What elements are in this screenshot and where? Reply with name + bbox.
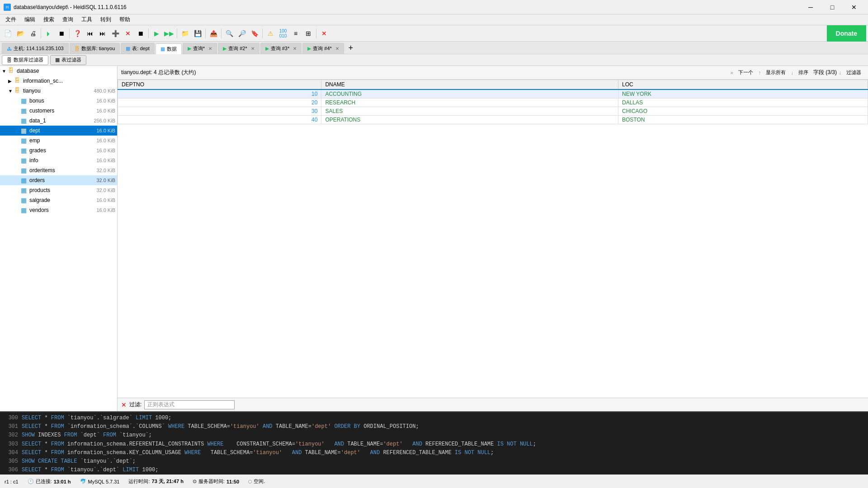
code-button[interactable]: 100010	[277, 28, 289, 39]
sql-lineno: 300	[4, 414, 18, 422]
sort-button[interactable]: 排序	[795, 68, 811, 77]
grid-button[interactable]: ⊞	[302, 28, 314, 39]
data-tab-icon: ▦	[160, 46, 165, 52]
table-row[interactable]: 10 ACCOUNTING NEW YORK	[118, 89, 868, 99]
sql-log-line: 306SELECT * FROM `tianyou`.`dept` LIMIT …	[4, 466, 864, 474]
nav-tab-query4[interactable]: ▶ 查询 #4* ✕	[302, 43, 344, 54]
filter-input[interactable]	[144, 400, 235, 409]
db-filter-tab[interactable]: 🗄 数据库过滤器	[2, 55, 48, 65]
servertime-label: 服务器时间:	[198, 478, 225, 485]
tree-item-tianyou[interactable]: ▼ 🗄 tianyou 480.0 KiB	[0, 86, 117, 96]
menu-goto[interactable]: 转到	[97, 15, 115, 24]
print-button[interactable]: 🖨	[27, 28, 39, 39]
save-file-button[interactable]: 💾	[192, 28, 203, 39]
tree-item-dept[interactable]: ▦ dept 16.0 KiB	[0, 126, 117, 136]
stop-button[interactable]: ⏹	[135, 28, 146, 39]
tree-item-grades[interactable]: ▦ grades 16.0 KiB	[0, 145, 117, 155]
db-filter-icon: 🗄	[7, 57, 12, 63]
export-button[interactable]: 📤	[208, 28, 219, 39]
close-query3-icon[interactable]: ✕	[293, 46, 297, 51]
tree-item-orderitems[interactable]: ▦ orderitems 32.0 KiB	[0, 165, 117, 175]
next-button[interactable]: ⏭	[97, 28, 108, 39]
close-query1-icon[interactable]: ✕	[208, 46, 212, 51]
tree-item-data1[interactable]: ▦ data_1 256.0 KiB	[0, 116, 117, 126]
table-row[interactable]: 40 OPERATIONS BOSTON	[118, 116, 868, 124]
donate-button[interactable]: Donate	[827, 25, 866, 42]
sql-lineno: 303	[4, 440, 18, 449]
tree-item-customers[interactable]: ▦ customers 16.0 KiB	[0, 106, 117, 116]
close-button[interactable]: ✕	[844, 0, 864, 14]
tree-item-salgrade[interactable]: ▦ salgrade 16.0 KiB	[0, 195, 117, 205]
col-header-dname[interactable]: DNAME	[321, 80, 618, 90]
close-query2-icon[interactable]: ✕	[251, 46, 255, 51]
menu-file[interactable]: 文件	[2, 15, 20, 24]
run-button[interactable]: ▶	[151, 28, 162, 39]
products-size: 32.0 KiB	[93, 188, 115, 193]
nav-tab-query1[interactable]: ▶ 查询* ✕	[183, 43, 217, 54]
close-query4-icon[interactable]: ✕	[335, 46, 339, 51]
table-row[interactable]: 30 SALES CHICAGO	[118, 107, 868, 116]
sql-text: SHOW INDEXES FROM `dept` FROM `tianyou`;	[22, 431, 864, 440]
menu-edit[interactable]: 编辑	[21, 15, 39, 24]
sql-log-line: 304SELECT * FROM information_schema.KEY_…	[4, 449, 864, 457]
next-record-button[interactable]: 下一个	[735, 68, 756, 77]
data-table-container: DEPTNO DNAME LOC 10 ACCOUNTING NEW YORK …	[118, 80, 868, 398]
delete-row-button[interactable]: ✕	[122, 28, 134, 39]
tree-info-label: info	[29, 157, 93, 164]
list-button[interactable]: ≡	[290, 28, 302, 39]
open-file-button[interactable]: 📁	[179, 28, 191, 39]
show-all-button[interactable]: 显示所有	[763, 68, 789, 77]
col-header-loc[interactable]: LOC	[618, 80, 868, 90]
sql-text: SELECT * FROM `information_schema`.`COLU…	[22, 422, 864, 431]
nav-tab-table[interactable]: ▦ 表: dept	[121, 43, 155, 54]
table-filter-tab[interactable]: ▦ 表过滤器	[50, 55, 86, 65]
nav-tab-database[interactable]: 🗄 数据库: tianyou	[70, 43, 120, 54]
connected-time: 13:01 h	[54, 479, 71, 484]
tree-dept-label: dept	[29, 127, 93, 134]
tree-item-emp[interactable]: ▦ emp 16.0 KiB	[0, 136, 117, 145]
search2-button[interactable]: 🔎	[236, 28, 248, 39]
menu-tools[interactable]: 工具	[78, 15, 96, 24]
menu-help[interactable]: 帮助	[116, 15, 134, 24]
close-filter-button[interactable]: ✕	[121, 401, 127, 408]
orderitems-size: 32.0 KiB	[93, 168, 115, 173]
new-button[interactable]: 📄	[2, 28, 14, 39]
tree-item-orders[interactable]: ▦ orders 32.0 KiB	[0, 175, 117, 185]
sql-log-line: 305SHOW CREATE TABLE `tianyou`.`dept`;	[4, 457, 864, 466]
col-header-deptno[interactable]: DEPTNO	[118, 80, 321, 90]
bonus-table-icon: ▦	[21, 97, 28, 104]
cell-dname: SALES	[321, 107, 618, 116]
tree-item-info[interactable]: ▦ info 16.0 KiB	[0, 155, 117, 165]
cell-loc: BOSTON	[618, 116, 868, 124]
tree-item-vendors[interactable]: ▦ vendors 16.0 KiB	[0, 205, 117, 215]
close-tab-button[interactable]: ✕	[318, 28, 330, 39]
connect-button[interactable]: ⏵	[43, 28, 55, 39]
nav-tab-query2[interactable]: ▶ 查询 #2* ✕	[218, 43, 259, 54]
tree-item-info_schema[interactable]: ▶ 🗄 information_sc...	[0, 76, 117, 86]
nav-tab-host[interactable]: 🖧 主机: 114.116.235.103	[2, 43, 69, 54]
maximize-button[interactable]: □	[822, 0, 843, 14]
nav-tab-query3[interactable]: ▶ 查询 #3* ✕	[260, 43, 302, 54]
customers-size: 16.0 KiB	[93, 108, 115, 113]
disconnect-button[interactable]: ⏹	[56, 28, 67, 39]
menu-search[interactable]: 搜索	[40, 15, 58, 24]
tree-item-bonus[interactable]: ▦ bonus 16.0 KiB	[0, 96, 117, 106]
filter-button[interactable]: 过滤器	[843, 68, 864, 77]
sql-log-line: 301SELECT * FROM `information_schema`.`C…	[4, 422, 864, 431]
help-icon-button[interactable]: ❓	[71, 28, 83, 39]
bookmark-button[interactable]: 🔖	[249, 28, 260, 39]
search-button[interactable]: 🔍	[223, 28, 235, 39]
table-row[interactable]: 20 RESEARCH DALLAS	[118, 99, 868, 107]
tree-root-database[interactable]: ▼ 🗄 database	[0, 66, 117, 76]
minimize-button[interactable]: ─	[800, 0, 821, 14]
alert-button[interactable]: ⚠	[264, 28, 276, 39]
open-button[interactable]: 📂	[14, 28, 26, 39]
menu-query[interactable]: 查询	[59, 15, 77, 24]
add-tab-button[interactable]: +	[345, 42, 357, 54]
nav-tab-data[interactable]: ▦ 数据	[156, 43, 182, 54]
add-row-button[interactable]: ➕	[109, 28, 121, 39]
run-all-button[interactable]: ▶▶	[163, 28, 175, 39]
data1-table-icon: ▦	[21, 117, 28, 124]
prev-button[interactable]: ⏮	[84, 28, 96, 39]
tree-item-products[interactable]: ▦ products 32.0 KiB	[0, 185, 117, 195]
